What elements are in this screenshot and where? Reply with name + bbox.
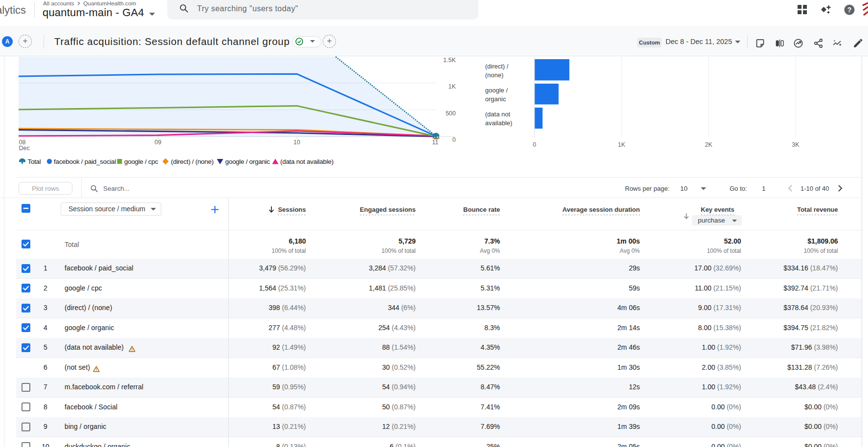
svg-text:1.5K: 1.5K — [443, 57, 456, 64]
svg-text:09: 09 — [155, 139, 161, 146]
svg-text:10: 10 — [293, 139, 300, 146]
svg-text:3K: 3K — [792, 141, 800, 148]
svg-text:0: 0 — [452, 136, 456, 143]
svg-text:11: 11 — [432, 139, 439, 146]
svg-text:1K: 1K — [618, 141, 625, 148]
svg-text:2K: 2K — [705, 141, 712, 148]
svg-text:Dec: Dec — [19, 145, 30, 152]
svg-text:(direct) /: (direct) / — [485, 63, 509, 70]
svg-text:organic: organic — [485, 95, 506, 103]
svg-text:google /: google / — [485, 87, 508, 94]
svg-text:0: 0 — [533, 141, 536, 148]
svg-text:(data not: (data not — [485, 111, 511, 118]
svg-text:(none): (none) — [485, 71, 504, 79]
svg-text:500: 500 — [445, 110, 456, 117]
svg-text:?: ? — [847, 6, 852, 14]
svg-text:available): available) — [485, 119, 512, 127]
svg-text:1K: 1K — [448, 83, 456, 90]
